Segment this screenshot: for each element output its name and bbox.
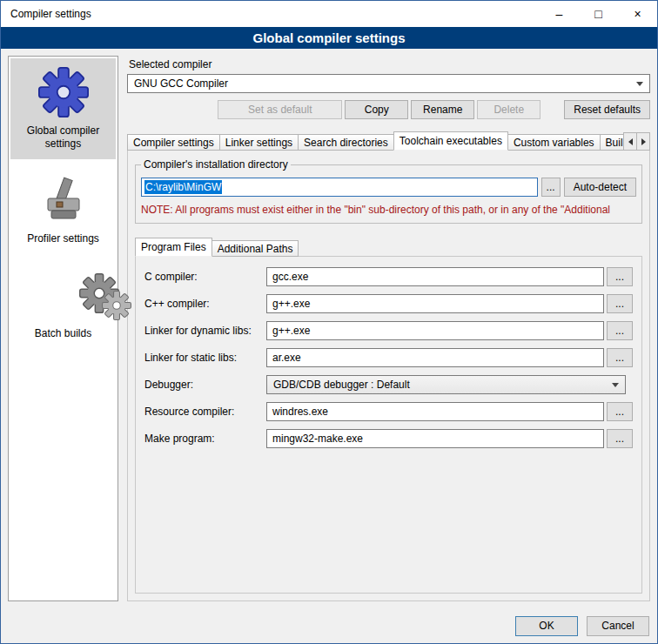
tab-label: Buil <box>606 137 623 149</box>
browse-button[interactable]: ... <box>607 402 633 421</box>
sidebar-item-batch-builds[interactable]: Batch builds <box>10 261 116 349</box>
field-value: ar.exe <box>272 352 301 364</box>
make-program-input[interactable]: mingw32-make.exe <box>266 429 604 448</box>
copy-button[interactable]: Copy <box>345 100 408 119</box>
program-tabs: Program Files Additional Paths <box>135 238 642 257</box>
page-title: Global compiler settings <box>1 27 657 49</box>
cpp-compiler-input[interactable]: g++.exe <box>266 294 604 313</box>
tab-label: Program Files <box>141 241 206 253</box>
field-row: Resource compiler: windres.exe ... <box>144 402 633 421</box>
minimize-button[interactable]: – <box>540 1 579 27</box>
rename-button[interactable]: Rename <box>411 100 474 119</box>
selected-compiler-select[interactable]: GNU GCC Compiler <box>127 74 650 93</box>
auto-detect-button[interactable]: Auto-detect <box>564 178 636 197</box>
tab-label: Search directories <box>304 137 388 149</box>
field-label: Linker for static libs: <box>144 352 266 364</box>
field-row: C++ compiler: g++.exe ... <box>144 294 633 313</box>
field-label: C++ compiler: <box>144 298 266 310</box>
window-controls: – □ × <box>540 1 657 27</box>
installation-directory-group: Compiler's installation directory C:\ray… <box>135 164 642 224</box>
field-value: g++.exe <box>272 325 310 337</box>
sidebar-item-profiler-settings[interactable]: Profiler settings <box>10 166 116 254</box>
compiler-actions: Set as default Copy Rename Delete Reset … <box>127 100 650 119</box>
profiler-icon <box>39 173 88 227</box>
selected-compiler-label: Selected compiler <box>129 58 650 70</box>
tab-label: Linker settings <box>225 137 292 149</box>
resource-compiler-input[interactable]: windres.exe <box>266 402 604 421</box>
c-compiler-input[interactable]: gcc.exe <box>266 267 604 286</box>
main-panel: Selected compiler GNU GCC Compiler Set a… <box>127 56 650 601</box>
cancel-button[interactable]: Cancel <box>587 616 649 636</box>
tab-build-options[interactable]: Buil <box>600 134 623 151</box>
field-label: Make program: <box>144 433 266 445</box>
subtab-additional-paths[interactable]: Additional Paths <box>212 240 299 257</box>
browse-button[interactable]: ... <box>607 294 633 313</box>
install-note: NOTE: All programs must exist either in … <box>141 204 636 216</box>
install-dir-input[interactable]: C:\raylib\MinGW <box>141 178 538 197</box>
reset-defaults-button[interactable]: Reset defaults <box>564 100 650 119</box>
debugger-select[interactable]: GDB/CDB debugger : Default <box>266 375 626 394</box>
field-value: g++.exe <box>272 298 310 310</box>
field-label: Linker for dynamic libs: <box>144 325 266 337</box>
delete-button: Delete <box>477 100 540 119</box>
program-files-page: C compiler: gcc.exe ... C++ compiler: g+… <box>135 256 642 594</box>
field-value: mingw32-make.exe <box>272 433 363 445</box>
field-label: C compiler: <box>144 271 266 283</box>
compiler-settings-dialog: Compiler settings – □ × Global compiler … <box>0 0 658 644</box>
tab-label: Toolchain executables <box>400 135 502 147</box>
field-row: C compiler: gcc.exe ... <box>144 267 633 286</box>
tabs-scroll-area: Compiler settings Linker settings Search… <box>127 131 623 151</box>
chevron-down-icon <box>632 82 648 86</box>
static-linker-input[interactable]: ar.exe <box>266 348 604 367</box>
field-row: Make program: mingw32-make.exe ... <box>144 429 633 448</box>
browse-install-dir-button[interactable]: ... <box>541 178 561 197</box>
tab-label: Additional Paths <box>218 243 293 255</box>
field-value: GDB/CDB debugger : Default <box>273 379 608 391</box>
dialog-body: Global compiler settings Profiler settin… <box>1 49 657 608</box>
field-value: gcc.exe <box>272 271 308 283</box>
toolchain-executables-page: Compiler's installation directory C:\ray… <box>127 150 650 601</box>
field-value: windres.exe <box>272 406 328 418</box>
dynamic-linker-input[interactable]: g++.exe <box>266 321 604 340</box>
tab-label: Compiler settings <box>133 137 214 149</box>
group-title: Compiler's installation directory <box>141 158 291 171</box>
field-row: Linker for dynamic libs: g++.exe ... <box>144 321 633 340</box>
field-row: Debugger: GDB/CDB debugger : Default <box>144 375 633 394</box>
selected-compiler-value: GNU GCC Compiler <box>134 77 632 90</box>
tabs-scroll-left-button[interactable] <box>623 132 637 151</box>
ok-button[interactable]: OK <box>515 616 578 636</box>
tab-search-directories[interactable]: Search directories <box>298 134 394 151</box>
sidebar-item-global-compiler-settings[interactable]: Global compiler settings <box>10 58 116 159</box>
sidebar-item-label: Batch builds <box>35 327 91 340</box>
browse-button[interactable]: ... <box>607 348 633 367</box>
category-sidebar: Global compiler settings Profiler settin… <box>8 56 118 601</box>
gear-blue-icon <box>38 65 89 119</box>
subtab-program-files[interactable]: Program Files <box>135 238 212 257</box>
chevron-down-icon <box>608 383 623 387</box>
field-row: Linker for static libs: ar.exe ... <box>144 348 633 367</box>
browse-button[interactable]: ... <box>607 321 633 340</box>
field-label: Debugger: <box>144 379 266 391</box>
install-dir-value: C:\raylib\MinGW <box>144 180 222 194</box>
settings-tabstrip: Compiler settings Linker settings Search… <box>127 131 650 151</box>
dialog-footer: OK Cancel <box>1 608 657 643</box>
set-as-default-button: Set as default <box>218 100 342 119</box>
titlebar[interactable]: Compiler settings – □ × <box>1 1 657 27</box>
field-label: Resource compiler: <box>144 406 266 418</box>
sidebar-item-label: Global compiler settings <box>13 124 113 151</box>
browse-button[interactable]: ... <box>607 429 633 448</box>
sidebar-item-label: Profiler settings <box>27 232 99 245</box>
tab-label: Custom variables <box>514 137 594 149</box>
tab-scroll-buttons <box>624 132 650 151</box>
maximize-button[interactable]: □ <box>579 1 618 27</box>
tab-linker-settings[interactable]: Linker settings <box>219 134 299 151</box>
close-button[interactable]: × <box>618 1 657 27</box>
tab-compiler-settings[interactable]: Compiler settings <box>127 134 220 151</box>
browse-button[interactable]: ... <box>607 267 633 286</box>
tabs-scroll-right-button[interactable] <box>636 132 650 151</box>
window-title: Compiler settings <box>1 8 91 20</box>
tab-custom-variables[interactable]: Custom variables <box>507 134 601 151</box>
tab-toolchain-executables[interactable]: Toolchain executables <box>393 131 508 151</box>
